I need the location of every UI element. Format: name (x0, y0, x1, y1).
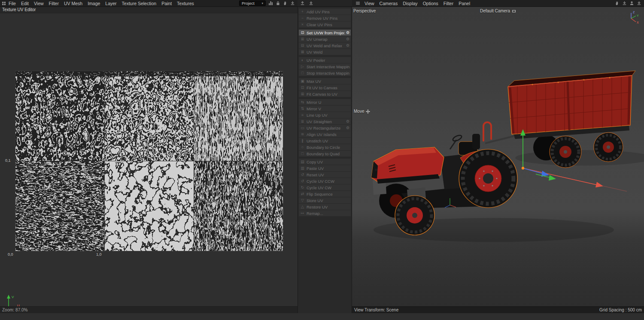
uv-command[interactable]: − Remove UV Pins ⚙ (299, 15, 351, 21)
chevron-down-icon: ▾ (261, 2, 263, 5)
uv-command[interactable]: ▤ Copy UV ⚙ (299, 159, 351, 165)
user-icon[interactable] (629, 1, 634, 6)
uv-command[interactable]: ○ Boundary to Circle ⚙ (299, 144, 351, 150)
uv-command-label: Line Up UV (307, 113, 349, 118)
menu-item[interactable]: Texture Selection (119, 1, 159, 6)
uv-command[interactable]: ≣ UV Straighten ⚙ (299, 118, 351, 124)
uv-command[interactable]: ⇅ Mirror V ⚙ (299, 106, 351, 112)
menu-item[interactable]: View (362, 1, 377, 6)
uv-command-label: Mirror V (307, 106, 349, 111)
uv-command[interactable]: ∦ Unstitch UV ⚙ (299, 138, 351, 144)
uv-command[interactable]: ⊡ Set UVW from Projection ⚙ (299, 30, 351, 36)
uv-command[interactable]: ▥ Paste UV ⚙ (299, 165, 351, 171)
gear-icon[interactable]: ⚙ (346, 42, 349, 48)
uv-command[interactable]: ⇄ Flip Sequence ⚙ (299, 191, 351, 197)
hamburger-menu-icon[interactable] (355, 1, 360, 6)
scene-3d[interactable] (352, 7, 644, 313)
z-axis-line[interactable] (523, 168, 543, 174)
texture-uv-editor-panel: Texture UV Editor (0, 7, 298, 313)
uv-command[interactable]: ↺ Reset UV ⚙ (299, 172, 351, 178)
menu-item[interactable]: Image (85, 1, 103, 6)
gear-icon[interactable]: ⚙ (346, 118, 349, 124)
uv-command[interactable]: ⊞ UV Unwrap ⚙ (299, 36, 351, 42)
uv-command[interactable]: ⊡ Fit UV to Canvas ⚙ (299, 85, 351, 91)
gizmo-center[interactable] (522, 167, 524, 169)
uv-command-icon: ⇅ (300, 106, 305, 112)
uv-command[interactable]: × Clear UV Pins ⚙ (299, 21, 351, 27)
planar-handle-arrow[interactable] (549, 175, 556, 181)
menu-item[interactable]: Panel (456, 1, 473, 6)
menu-item[interactable]: Paint (159, 1, 174, 6)
uv-tiles[interactable] (15, 71, 283, 251)
uv-command-icon: × (300, 21, 305, 27)
gear-icon[interactable]: ⚙ (346, 30, 349, 36)
uv-command-icon: ⊞ (300, 91, 305, 97)
uv-command-label: Clear UV Pins (307, 22, 349, 27)
import-icon[interactable] (290, 1, 295, 6)
menu-item[interactable]: Filter (441, 1, 456, 6)
uv-command[interactable]: ◐ UV Peeler ⚙ (299, 57, 351, 63)
uv-command-label: Boundary to Circle (307, 145, 349, 150)
uv-command[interactable]: ↻ Cycle UV CW ⚙ (299, 184, 351, 190)
import-down-icon[interactable] (309, 1, 313, 6)
menu-item[interactable]: Display (400, 1, 420, 6)
uv-islands-pattern (194, 71, 283, 161)
uv-command[interactable]: ▭ UV Rectangularize ⚙ (299, 125, 351, 131)
uv-command-label: Copy UV (307, 160, 349, 164)
menu-item[interactable]: File (6, 1, 18, 6)
uv-command[interactable]: ⊟ UV Weld and Relax ⚙ (299, 42, 351, 48)
uv-command[interactable]: ⊠ UV Weld ⚙ (299, 49, 351, 55)
import-up-icon[interactable] (300, 1, 305, 6)
uv-command-icon: + (300, 9, 305, 15)
uv-command-label: Unstitch UV (307, 139, 349, 143)
tractor-seat-back (472, 134, 480, 149)
uv-command-icon: ≣ (300, 118, 305, 124)
uv-command[interactable]: ▷ Start Interactive Mapping ⚙ (299, 63, 351, 69)
perspective-viewport[interactable]: Perspective Default Camera Move Z Y X Vi… (352, 7, 644, 313)
import-icon[interactable] (622, 1, 627, 6)
menu-item[interactable]: Edit (18, 1, 31, 6)
uv-command-label: Stop Interactive Mapping (307, 71, 349, 75)
gear-icon[interactable]: ⚙ (346, 36, 349, 42)
uv-command[interactable]: ⊞ Fit Canvas to UV ⚙ (299, 91, 351, 97)
menu-item[interactable]: Options (420, 1, 441, 6)
menu-item[interactable]: UV Mesh (61, 1, 85, 6)
x-axis-line[interactable] (523, 168, 597, 185)
uv-command[interactable]: + Add UV Pins ⚙ (299, 9, 351, 15)
download-icon[interactable] (637, 1, 641, 6)
lock-icon[interactable] (276, 1, 280, 6)
x-axis-arrow[interactable] (595, 182, 603, 187)
menu-item[interactable]: Filter (46, 1, 61, 6)
uv-command[interactable]: ↦ Remap... ⚙ (299, 210, 351, 216)
uv-command[interactable]: ▽ Store UV ⚙ (299, 197, 351, 203)
uv-command[interactable]: ↺ Cycle UV CCW ⚙ (299, 178, 351, 184)
uv-command[interactable]: ▣ Max UV ⚙ (299, 78, 351, 84)
uv-command-icon: △ (300, 204, 305, 210)
menu-item[interactable]: View (31, 1, 46, 6)
uv-command[interactable]: ⇆ Mirror U ⚙ (299, 99, 351, 105)
camera-name-label[interactable]: Default Camera (352, 9, 644, 13)
project-selector[interactable]: Project ▾ (239, 0, 266, 6)
histogram-icon[interactable] (268, 1, 273, 6)
uv-command[interactable]: □ Boundary to Quad ⚙ (299, 151, 351, 157)
uv-command-icon: ∦ (300, 138, 305, 144)
gear-icon[interactable]: ⚙ (346, 125, 349, 131)
tractor-rear-wheel (459, 149, 517, 208)
v-axis-label: V (12, 295, 14, 299)
menu-item[interactable]: Layer (103, 1, 119, 6)
uv-command-icon: ≋ (300, 131, 305, 137)
menu-item[interactable]: Textures (174, 1, 197, 6)
camera-swap-icon[interactable] (512, 9, 516, 13)
uv-canvas[interactable] (15, 71, 283, 251)
tractor-steering-wheel (452, 134, 462, 142)
uv-command[interactable]: ≋ Align UV Islands ⚙ (299, 131, 351, 137)
uv-coord-0-0: 0,0 (8, 252, 13, 257)
pan-hand-icon[interactable] (615, 1, 620, 6)
uv-top-strip-pattern (15, 71, 283, 76)
panel-grid-icon[interactable] (2, 1, 6, 6)
pan-hand-icon[interactable] (283, 1, 288, 6)
uv-command[interactable]: □ Stop Interactive Mapping ⚙ (299, 70, 351, 76)
uv-command[interactable]: ≡ Line Up UV ⚙ (299, 112, 351, 118)
menu-item[interactable]: Cameras (377, 1, 401, 6)
uv-command[interactable]: △ Restore UV ⚙ (299, 204, 351, 210)
